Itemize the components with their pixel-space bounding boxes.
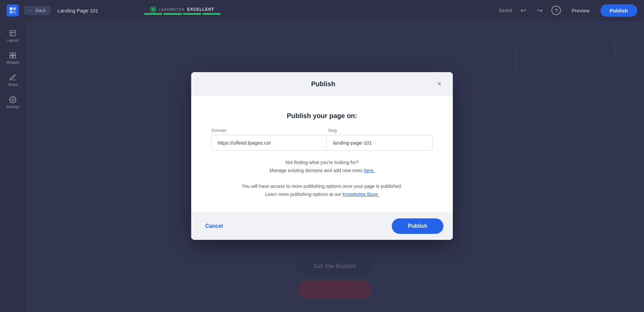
info-section: Not finding what you're looking for? Man… [242, 159, 402, 199]
domain-slug-wrapper: Domain Slug [211, 128, 433, 151]
manage-domains-text: Manage existing domains and add new ones… [242, 167, 402, 175]
slug-input[interactable] [327, 135, 432, 150]
field-labels-row: Domain Slug [211, 128, 433, 133]
modal-footer: Cancel Publish [191, 212, 453, 240]
modal-body: Publish your page on: Domain Slug Not fi… [191, 96, 453, 212]
knowledge-base-link[interactable]: Knowledge Base. [342, 192, 379, 197]
modal-backdrop: Publish × Publish your page on: Domain S… [0, 0, 644, 312]
domain-slug-row [211, 135, 433, 151]
domain-label: Domain [211, 128, 327, 133]
knowledge-base-text: Learn more publishing options at our Kno… [242, 191, 402, 199]
domain-input[interactable] [212, 135, 327, 150]
cancel-button[interactable]: Cancel [201, 220, 227, 232]
publish-heading: Publish your page on: [287, 112, 357, 120]
publish-modal-button[interactable]: Publish [392, 218, 443, 234]
slug-label: Slug [327, 128, 433, 133]
modal-close-button[interactable]: × [435, 80, 443, 88]
publish-modal: Publish × Publish your page on: Domain S… [191, 72, 453, 240]
modal-header: Publish × [191, 72, 453, 96]
modal-title: Publish [211, 80, 435, 88]
not-finding-text: Not finding what you're looking for? [242, 159, 402, 167]
here-link[interactable]: here. [364, 168, 375, 173]
publishing-options-text: You will have access to more publishing … [242, 183, 402, 191]
